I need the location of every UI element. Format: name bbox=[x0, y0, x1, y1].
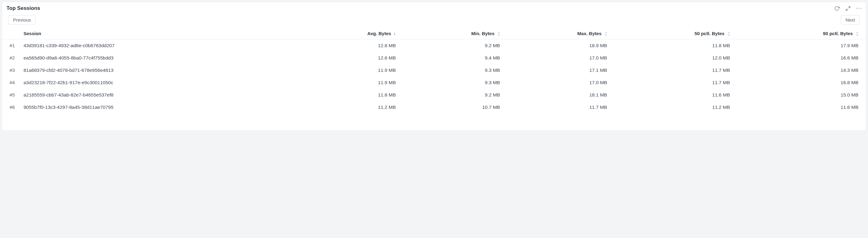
cell-p50-bytes: 11.7 MB bbox=[612, 64, 734, 76]
sessions-table: Session Avg. Bytes ↓ Min. Bytes Max. Byt… bbox=[2, 28, 866, 113]
cell-min-bytes: 9.2 MB bbox=[400, 39, 504, 52]
cell-p90-bytes: 16.8 MB bbox=[734, 76, 866, 89]
table-header-row: Session Avg. Bytes ↓ Min. Bytes Max. Byt… bbox=[2, 28, 866, 39]
table-row[interactable]: #69055b7f0-13c3-4297-8a45-38d11ae7079511… bbox=[2, 101, 866, 113]
cell-session: 81a68379-cfd2-4078-bd71-678e956e4813 bbox=[19, 64, 297, 76]
cell-p90-bytes: 15.0 MB bbox=[734, 89, 866, 101]
cell-session: 43d39181-c339-4932-ad8e-c0b6763dd207 bbox=[19, 39, 297, 52]
expand-icon[interactable] bbox=[845, 5, 851, 11]
column-label: Session bbox=[24, 31, 41, 36]
next-button[interactable]: Next bbox=[841, 15, 860, 25]
cell-max-bytes: 18.1 MB bbox=[504, 89, 612, 101]
sort-icon bbox=[856, 32, 859, 36]
cell-avg-bytes: 11.9 MB bbox=[297, 76, 400, 89]
cell-p90-bytes: 14.3 MB bbox=[734, 64, 866, 76]
cell-min-bytes: 9.2 MB bbox=[400, 89, 504, 101]
cell-session: a2185559-cbb7-43ab-82e7-b4655e537ef8 bbox=[19, 89, 297, 101]
previous-button[interactable]: Previous bbox=[8, 15, 35, 25]
cell-session: 9055b7f0-13c3-4297-8a45-38d11ae70795 bbox=[19, 101, 297, 113]
column-header-p50-bytes[interactable]: 50 pctl. Bytes bbox=[612, 28, 734, 39]
cell-p50-bytes: 11.2 MB bbox=[612, 101, 734, 113]
table-row[interactable]: #4a3d23218-7f22-42b1-917e-e9c30011050c11… bbox=[2, 76, 866, 89]
column-label: Max. Bytes bbox=[577, 31, 601, 36]
cell-session: a3d23218-7f22-42b1-917e-e9c30011050c bbox=[19, 76, 297, 89]
column-header-rank bbox=[2, 28, 19, 39]
cell-max-bytes: 17.1 MB bbox=[504, 64, 612, 76]
column-header-session[interactable]: Session bbox=[19, 28, 297, 39]
svg-line-0 bbox=[848, 6, 850, 8]
cell-min-bytes: 9.4 MB bbox=[400, 52, 504, 64]
column-header-avg-bytes[interactable]: Avg. Bytes ↓ bbox=[297, 28, 400, 39]
cell-avg-bytes: 11.8 MB bbox=[297, 89, 400, 101]
sort-icon bbox=[605, 32, 607, 36]
cell-min-bytes: 9.3 MB bbox=[400, 64, 504, 76]
cell-min-bytes: 9.3 MB bbox=[400, 76, 504, 89]
cell-p90-bytes: 11.6 MB bbox=[734, 101, 866, 113]
column-header-min-bytes[interactable]: Min. Bytes bbox=[400, 28, 504, 39]
cell-rank: #5 bbox=[2, 89, 19, 101]
panel-title: Top Sessions bbox=[6, 5, 40, 11]
cell-p90-bytes: 16.6 MB bbox=[734, 52, 866, 64]
cell-rank: #6 bbox=[2, 101, 19, 113]
cell-session: ea565d90-d9a6-4055-8ba0-77c4f755bdd3 bbox=[19, 52, 297, 64]
panel-header: Top Sessions bbox=[2, 2, 866, 13]
cell-avg-bytes: 11.2 MB bbox=[297, 101, 400, 113]
column-label: Avg. Bytes bbox=[367, 31, 391, 36]
cell-max-bytes: 11.7 MB bbox=[504, 101, 612, 113]
cell-rank: #3 bbox=[2, 64, 19, 76]
panel-actions bbox=[834, 5, 862, 11]
pagination-row: Previous Next bbox=[2, 13, 866, 28]
svg-line-1 bbox=[846, 9, 848, 10]
cell-p50-bytes: 11.7 MB bbox=[612, 76, 734, 89]
column-label: 90 pctl. Bytes bbox=[823, 31, 853, 36]
column-header-max-bytes[interactable]: Max. Bytes bbox=[504, 28, 612, 39]
table-row[interactable]: #5a2185559-cbb7-43ab-82e7-b4655e537ef811… bbox=[2, 89, 866, 101]
sort-icon bbox=[498, 32, 500, 36]
more-options-icon[interactable] bbox=[856, 8, 862, 9]
cell-avg-bytes: 11.9 MB bbox=[297, 64, 400, 76]
cell-rank: #1 bbox=[2, 39, 19, 52]
cell-max-bytes: 18.9 MB bbox=[504, 39, 612, 52]
cell-max-bytes: 17.0 MB bbox=[504, 52, 612, 64]
cell-p50-bytes: 11.8 MB bbox=[612, 39, 734, 52]
sort-desc-icon: ↓ bbox=[394, 31, 396, 36]
column-header-p90-bytes[interactable]: 90 pctl. Bytes bbox=[734, 28, 866, 39]
table-row[interactable]: #143d39181-c339-4932-ad8e-c0b6763dd20712… bbox=[2, 39, 866, 52]
cell-avg-bytes: 12.6 MB bbox=[297, 52, 400, 64]
cell-min-bytes: 10.7 MB bbox=[400, 101, 504, 113]
table-body: #143d39181-c339-4932-ad8e-c0b6763dd20712… bbox=[2, 39, 866, 114]
cell-p50-bytes: 12.0 MB bbox=[612, 52, 734, 64]
table-row[interactable]: #381a68379-cfd2-4078-bd71-678e956e481311… bbox=[2, 64, 866, 76]
refresh-icon[interactable] bbox=[834, 5, 840, 11]
cell-rank: #4 bbox=[2, 76, 19, 89]
cell-max-bytes: 17.0 MB bbox=[504, 76, 612, 89]
cell-rank: #2 bbox=[2, 52, 19, 64]
column-label: 50 pctl. Bytes bbox=[694, 31, 724, 36]
cell-avg-bytes: 12.8 MB bbox=[297, 39, 400, 52]
table-row[interactable]: #2ea565d90-d9a6-4055-8ba0-77c4f755bdd312… bbox=[2, 52, 866, 64]
sort-icon bbox=[727, 32, 730, 36]
cell-p90-bytes: 17.9 MB bbox=[734, 39, 866, 52]
cell-p50-bytes: 11.6 MB bbox=[612, 89, 734, 101]
column-label: Min. Bytes bbox=[471, 31, 495, 36]
top-sessions-panel: Top Sessions Previous bbox=[2, 2, 866, 131]
